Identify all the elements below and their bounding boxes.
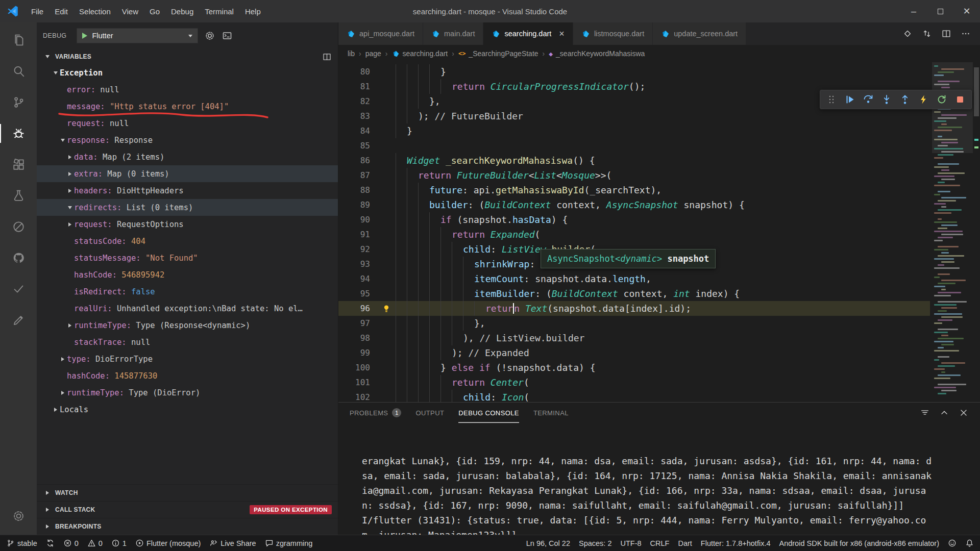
breadcrumb-item[interactable]: lib (348, 49, 355, 58)
code-line[interactable]: 91return Expanded( (338, 227, 930, 242)
code-line[interactable]: 94itemCount: snapshot.data.length, (338, 271, 930, 286)
line-number[interactable]: 83 (338, 109, 377, 123)
status-flutter-version[interactable]: Flutter: 1.7.8+hotfix.4 (701, 539, 771, 547)
start-debug-icon[interactable] (82, 33, 87, 39)
chevron-up-icon[interactable] (939, 408, 949, 418)
activity-files[interactable] (0, 24, 37, 56)
activity-extensions[interactable] (0, 149, 37, 180)
code-editor[interactable]: 80}81return CircularProgressIndicator();… (338, 62, 980, 402)
code-line[interactable]: 85 (338, 138, 930, 153)
step-into-button[interactable] (878, 91, 895, 108)
menu-terminal[interactable]: Terminal (199, 5, 239, 18)
menu-debug[interactable]: Debug (165, 5, 199, 18)
menu-selection[interactable]: Selection (74, 5, 116, 18)
chevron-right-icon[interactable] (43, 489, 52, 497)
code-line[interactable]: 96return Text(snapshot.data[index].id); (338, 301, 930, 316)
status-account[interactable]: zgramming (265, 539, 313, 547)
menu-view[interactable]: View (116, 5, 144, 18)
minimize-button[interactable]: – (900, 0, 927, 22)
line-number[interactable]: 84 (338, 123, 377, 138)
status-errors[interactable]: 0 (63, 539, 79, 547)
menu-help[interactable]: Help (239, 5, 266, 18)
close-button[interactable]: ✕ (953, 0, 980, 22)
code-line[interactable]: 102child: Icon( (338, 390, 930, 402)
tab-update_screen.dart[interactable]: update_screen.dart (653, 22, 746, 45)
menu-file[interactable]: File (26, 5, 49, 18)
variable-row[interactable]: error: null (37, 81, 338, 98)
status-notifications[interactable] (965, 539, 974, 547)
code-line[interactable]: 83); // FutureBuilder (338, 109, 930, 123)
tab-listmosque.dart[interactable]: listmosque.dart (573, 22, 653, 45)
line-number[interactable]: 80 (338, 64, 377, 79)
code-line[interactable]: 99); // Expanded (338, 345, 930, 360)
variable-row[interactable]: extra: Map (0 items) (37, 165, 338, 182)
variable-row[interactable]: request: RequestOptions (37, 216, 338, 233)
panel-tab-debug-console[interactable]: DEBUG CONSOLE (458, 403, 519, 423)
variable-row[interactable]: response: Response (37, 132, 338, 148)
code-line[interactable]: 98), // ListView.builder (338, 331, 930, 345)
variable-row[interactable]: Exception (37, 64, 338, 81)
chevron-right-icon[interactable] (43, 522, 52, 531)
hot-reload-button[interactable] (915, 91, 932, 108)
line-number[interactable]: 88 (338, 183, 377, 197)
breadcrumb-item[interactable]: page (365, 49, 381, 58)
activity-debug[interactable] (0, 118, 37, 149)
lightbulb-icon[interactable] (382, 304, 391, 313)
line-number[interactable]: 82 (338, 94, 377, 109)
line-number[interactable]: 96 (338, 301, 377, 316)
section-call-stack[interactable]: CALL STACKPAUSED ON EXCEPTION (37, 501, 338, 518)
variable-row[interactable]: statusMessage: "Not Found" (37, 249, 338, 266)
menu-go[interactable]: Go (144, 5, 165, 18)
variable-row[interactable]: hashCode: 145877630 (37, 367, 338, 384)
variable-row[interactable]: statusCode: 404 (37, 233, 338, 249)
breadcrumb-item[interactable]: <>_SearchingPageState (458, 49, 538, 58)
activity-github[interactable] (0, 242, 37, 273)
continue-button[interactable] (841, 91, 859, 108)
stop-button[interactable] (951, 91, 969, 108)
status-debug-session[interactable]: Flutter (mosque) (135, 539, 201, 547)
status-live-share[interactable]: Live Share (209, 539, 256, 547)
diamond-icon[interactable] (902, 29, 913, 39)
variable-row[interactable]: type: DioErrorType (37, 350, 338, 367)
variables-section-header[interactable]: VARIABLES (37, 49, 338, 64)
line-number[interactable]: 93 (338, 257, 377, 271)
chevron-down-icon[interactable] (43, 53, 52, 61)
line-number[interactable]: 94 (338, 271, 377, 286)
line-number[interactable]: 92 (338, 242, 377, 257)
status-language-mode[interactable]: Dart (678, 539, 692, 547)
variable-row[interactable]: stackTrace: null (37, 334, 338, 350)
status-feedback[interactable] (948, 539, 957, 547)
debug-settings-gear-icon[interactable] (204, 30, 215, 41)
line-number[interactable]: 81 (338, 79, 377, 94)
status-infos[interactable]: 1 (111, 539, 127, 547)
filter-icon[interactable] (920, 408, 930, 418)
grip-button[interactable] (823, 91, 840, 108)
menu-edit[interactable]: Edit (49, 5, 74, 18)
tree-chevron-icon[interactable] (65, 170, 74, 178)
git-compare-icon[interactable] (922, 29, 932, 39)
open-console-icon[interactable] (222, 30, 233, 41)
activity-circle-slash[interactable] (0, 211, 37, 242)
tree-chevron-icon[interactable] (65, 220, 74, 229)
line-number[interactable]: 87 (338, 168, 377, 183)
variable-row[interactable]: headers: DioHttpHeaders (37, 182, 338, 199)
line-number[interactable]: 100 (338, 360, 377, 375)
line-number[interactable]: 89 (338, 197, 377, 212)
status-sync[interactable] (46, 539, 55, 547)
activity-scm[interactable] (0, 87, 37, 118)
tree-chevron-icon[interactable] (51, 69, 60, 77)
restart-button[interactable] (933, 91, 950, 108)
code-line[interactable]: 90if (snapshot.hasData) { (338, 212, 930, 227)
section-breakpoints[interactable]: BREAKPOINTS (37, 518, 338, 535)
section-watch[interactable]: WATCH (37, 484, 338, 501)
status-warnings[interactable]: 0 (87, 539, 103, 547)
code-line[interactable]: 89builder: (BuildContext context, AsyncS… (338, 197, 930, 212)
minimap[interactable] (932, 62, 973, 402)
step-over-button[interactable] (860, 91, 877, 108)
variable-row[interactable]: redirects: List (0 items) (37, 199, 338, 216)
tab-main.dart[interactable]: main.dart (423, 22, 483, 45)
variable-row[interactable]: Locals (37, 401, 338, 418)
variable-row[interactable]: hashCode: 546895942 (37, 266, 338, 283)
activity-edit[interactable] (0, 305, 37, 336)
panel-tab-problems[interactable]: PROBLEMS1 (350, 403, 401, 423)
